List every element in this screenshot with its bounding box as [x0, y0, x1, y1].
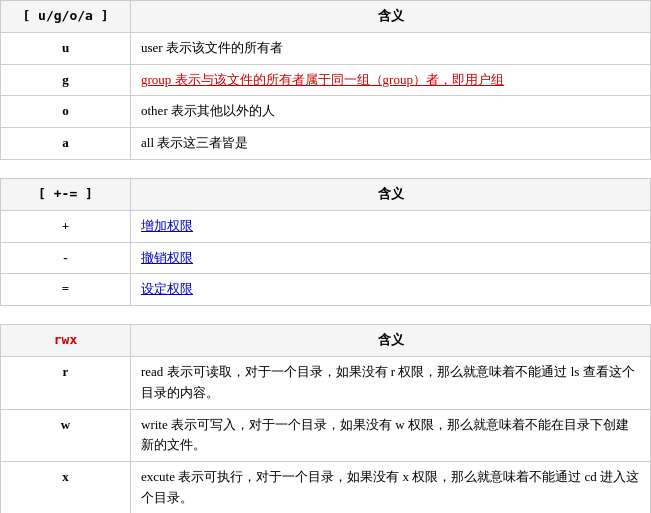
- key-r: r: [1, 356, 131, 409]
- ugoa-header-meaning: 含义: [131, 1, 651, 33]
- key-eq: =: [1, 274, 131, 306]
- desc-r: read 表示可读取，对于一个目录，如果没有 r 权限，那么就意味着不能通过 l…: [131, 356, 651, 409]
- key-minus: -: [1, 242, 131, 274]
- table-row: a all 表示这三者皆是: [1, 128, 651, 160]
- table-row: = 设定权限: [1, 274, 651, 306]
- key-g: g: [1, 64, 131, 96]
- desc-plus: 增加权限: [131, 210, 651, 242]
- rwx-header-meaning: 含义: [131, 325, 651, 357]
- key-w: w: [1, 409, 131, 462]
- page-wrapper: [ u/g/o/a ] 含义 u user 表示该文件的所有者 g group …: [0, 0, 651, 513]
- desc-u: user 表示该文件的所有者: [131, 32, 651, 64]
- desc-x: excute 表示可执行，对于一个目录，如果没有 x 权限，那么就意味着不能通过…: [131, 462, 651, 513]
- table-row: u user 表示该文件的所有者: [1, 32, 651, 64]
- key-a: a: [1, 128, 131, 160]
- table-row: x excute 表示可执行，对于一个目录，如果没有 x 权限，那么就意味着不能…: [1, 462, 651, 513]
- desc-o: other 表示其他以外的人: [131, 96, 651, 128]
- pluseq-header-meaning: 含义: [131, 178, 651, 210]
- pluseq-table: [ +-= ] 含义 + 增加权限 - 撤销权限 = 设定权限: [0, 178, 651, 306]
- table-row: - 撤销权限: [1, 242, 651, 274]
- pluseq-header-key: [ +-= ]: [1, 178, 131, 210]
- desc-w: write 表示可写入，对于一个目录，如果没有 w 权限，那么就意味着不能在目录…: [131, 409, 651, 462]
- key-plus: +: [1, 210, 131, 242]
- ugoa-header-key: [ u/g/o/a ]: [1, 1, 131, 33]
- rwx-header-key: rwx: [1, 325, 131, 357]
- table-row: o other 表示其他以外的人: [1, 96, 651, 128]
- key-u: u: [1, 32, 131, 64]
- table-row: r read 表示可读取，对于一个目录，如果没有 r 权限，那么就意味着不能通过…: [1, 356, 651, 409]
- key-o: o: [1, 96, 131, 128]
- table-row: + 增加权限: [1, 210, 651, 242]
- rwx-table: rwx 含义 r read 表示可读取，对于一个目录，如果没有 r 权限，那么就…: [0, 324, 651, 513]
- table-row: w write 表示可写入，对于一个目录，如果没有 w 权限，那么就意味着不能在…: [1, 409, 651, 462]
- desc-minus: 撤销权限: [131, 242, 651, 274]
- key-x: x: [1, 462, 131, 513]
- desc-eq: 设定权限: [131, 274, 651, 306]
- desc-a: all 表示这三者皆是: [131, 128, 651, 160]
- ugoa-table: [ u/g/o/a ] 含义 u user 表示该文件的所有者 g group …: [0, 0, 651, 160]
- table-row: g group 表示与该文件的所有者属于同一组（group）者，即用户组: [1, 64, 651, 96]
- desc-g: group 表示与该文件的所有者属于同一组（group）者，即用户组: [131, 64, 651, 96]
